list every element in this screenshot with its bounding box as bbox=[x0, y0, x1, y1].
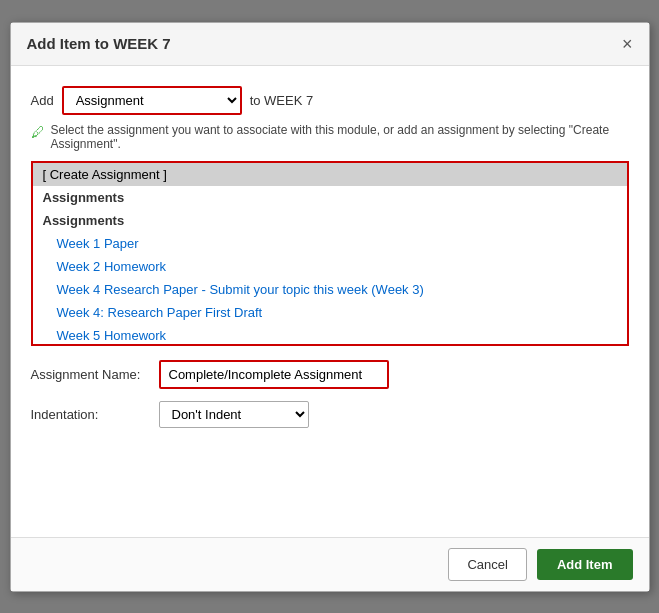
add-suffix-label: to WEEK 7 bbox=[250, 93, 314, 108]
modal-dialog: Add Item to WEEK 7 × Add Assignment File… bbox=[10, 22, 650, 592]
list-item-create[interactable]: [ Create Assignment ] bbox=[33, 163, 627, 186]
modal-title: Add Item to WEEK 7 bbox=[27, 35, 171, 52]
add-row: Add Assignment File External URL Text He… bbox=[31, 86, 629, 115]
modal-header: Add Item to WEEK 7 × bbox=[11, 23, 649, 66]
list-item-week5[interactable]: Week 5 Homework bbox=[33, 324, 627, 346]
list-item-week4b[interactable]: Week 4: Research Paper First Draft bbox=[33, 301, 627, 324]
list-item-assignments-header2[interactable]: Assignments bbox=[33, 209, 627, 232]
list-item-week4a[interactable]: Week 4 Research Paper - Submit your topi… bbox=[33, 278, 627, 301]
list-item-assignments-header1[interactable]: Assignments bbox=[33, 186, 627, 209]
assignment-list[interactable]: [ Create Assignment ] Assignments Assign… bbox=[31, 161, 629, 346]
info-icon: 🖊 bbox=[31, 124, 45, 140]
indent-label: Indentation: bbox=[31, 407, 151, 422]
type-select[interactable]: Assignment File External URL Text Header… bbox=[62, 86, 242, 115]
modal-overlay: Add Item to WEEK 7 × Add Assignment File… bbox=[0, 0, 659, 613]
hint-row: 🖊 Select the assignment you want to asso… bbox=[31, 123, 629, 151]
add-item-button[interactable]: Add Item bbox=[537, 549, 633, 580]
indent-row: Indentation: Don't Indent Indent 1 Level… bbox=[31, 401, 629, 428]
cancel-button[interactable]: Cancel bbox=[448, 548, 526, 581]
modal-footer: Cancel Add Item bbox=[11, 537, 649, 591]
modal-close-button[interactable]: × bbox=[622, 35, 633, 53]
modal-body: Add Assignment File External URL Text He… bbox=[11, 66, 649, 537]
name-input[interactable] bbox=[159, 360, 389, 389]
name-label: Assignment Name: bbox=[31, 367, 151, 382]
list-item-week2[interactable]: Week 2 Homework bbox=[33, 255, 627, 278]
list-item-week1[interactable]: Week 1 Paper bbox=[33, 232, 627, 255]
add-prefix-label: Add bbox=[31, 93, 54, 108]
indent-select[interactable]: Don't Indent Indent 1 Level Indent 2 Lev… bbox=[159, 401, 309, 428]
hint-text: Select the assignment you want to associ… bbox=[51, 123, 629, 151]
name-row: Assignment Name: bbox=[31, 360, 629, 389]
